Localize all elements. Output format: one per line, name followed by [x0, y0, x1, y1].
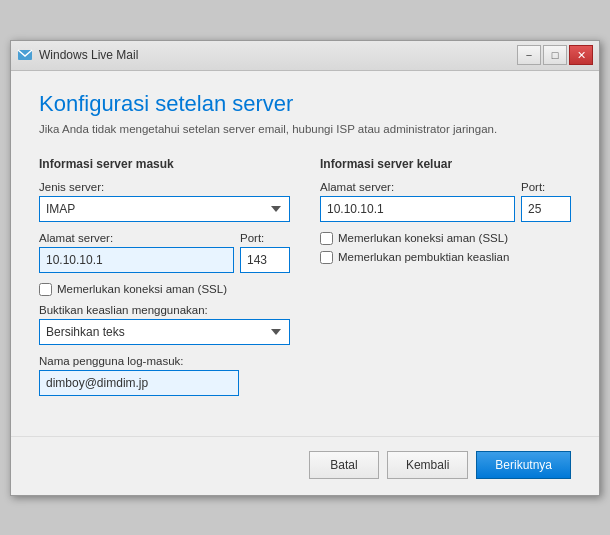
minimize-button[interactable]: −: [517, 45, 541, 65]
columns: Informasi server masuk Jenis server: IMA…: [39, 157, 571, 406]
title-bar: Windows Live Mail − □ ✕: [11, 41, 599, 71]
auth-method-label: Buktikan keaslian menggunakan:: [39, 304, 290, 316]
server-type-label: Jenis server:: [39, 181, 290, 193]
incoming-address-group: Alamat server: Port:: [39, 232, 290, 273]
server-type-select[interactable]: IMAP POP3 HTTP: [39, 196, 290, 222]
page-subtitle: Jika Anda tidak mengetahui setelan serve…: [39, 123, 571, 135]
outgoing-auth-label: Memerlukan pembuktian keaslian: [338, 251, 509, 263]
title-bar-controls: − □ ✕: [517, 45, 593, 65]
footer: Batal Kembali Berikutnya: [11, 436, 599, 495]
outgoing-auth-row: Memerlukan pembuktian keaslian: [320, 251, 571, 264]
back-button[interactable]: Kembali: [387, 451, 468, 479]
auth-method-select[interactable]: Bersihkan teks NTLM Tidak ada: [39, 319, 290, 345]
outgoing-address-field-wrap: Alamat server:: [320, 181, 515, 222]
username-group: Nama pengguna log-masuk:: [39, 355, 290, 396]
outgoing-address-row: Alamat server: Port:: [320, 181, 571, 222]
outgoing-port-label: Port:: [521, 181, 571, 193]
incoming-section: Informasi server masuk Jenis server: IMA…: [39, 157, 290, 406]
incoming-ssl-checkbox[interactable]: [39, 283, 52, 296]
outgoing-section: Informasi server keluar Alamat server: P…: [320, 157, 571, 406]
outgoing-auth-checkbox[interactable]: [320, 251, 333, 264]
next-button[interactable]: Berikutnya: [476, 451, 571, 479]
outgoing-ssl-label: Memerlukan koneksi aman (SSL): [338, 232, 508, 244]
main-window: Windows Live Mail − □ ✕ Konfigurasi sete…: [10, 40, 600, 496]
outgoing-port-group: Port:: [521, 181, 571, 222]
username-input[interactable]: [39, 370, 239, 396]
outgoing-ssl-checkbox[interactable]: [320, 232, 333, 245]
outgoing-address-input[interactable]: [320, 196, 515, 222]
outgoing-section-title: Informasi server keluar: [320, 157, 571, 171]
outgoing-address-group: Alamat server: Port:: [320, 181, 571, 222]
incoming-address-label: Alamat server:: [39, 232, 234, 244]
incoming-address-input[interactable]: [39, 247, 234, 273]
incoming-address-row: Alamat server: Port:: [39, 232, 290, 273]
incoming-port-label: Port:: [240, 232, 290, 244]
window-content: Konfigurasi setelan server Jika Anda tid…: [11, 71, 599, 426]
outgoing-ssl-row: Memerlukan koneksi aman (SSL): [320, 232, 571, 245]
incoming-ssl-label: Memerlukan koneksi aman (SSL): [57, 283, 227, 295]
close-button[interactable]: ✕: [569, 45, 593, 65]
incoming-port-group: Port:: [240, 232, 290, 273]
username-label: Nama pengguna log-masuk:: [39, 355, 290, 367]
incoming-ssl-row: Memerlukan koneksi aman (SSL): [39, 283, 290, 296]
incoming-address-field-wrap: Alamat server:: [39, 232, 234, 273]
window-title: Windows Live Mail: [39, 48, 138, 62]
incoming-port-input[interactable]: [240, 247, 290, 273]
auth-method-group: Buktikan keaslian menggunakan: Bersihkan…: [39, 304, 290, 345]
cancel-button[interactable]: Batal: [309, 451, 379, 479]
page-title: Konfigurasi setelan server: [39, 91, 571, 117]
app-icon: [17, 47, 33, 63]
maximize-button[interactable]: □: [543, 45, 567, 65]
server-type-group: Jenis server: IMAP POP3 HTTP: [39, 181, 290, 222]
outgoing-address-label: Alamat server:: [320, 181, 515, 193]
outgoing-port-input[interactable]: [521, 196, 571, 222]
incoming-section-title: Informasi server masuk: [39, 157, 290, 171]
title-bar-left: Windows Live Mail: [17, 47, 138, 63]
